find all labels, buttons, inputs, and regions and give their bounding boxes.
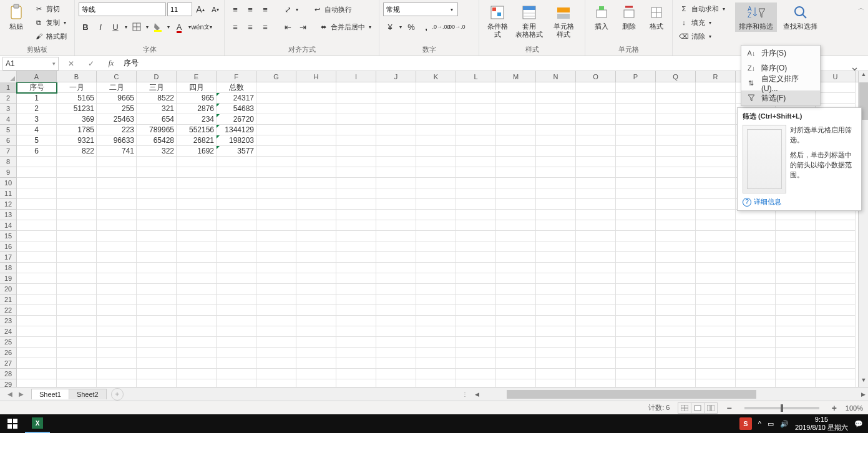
cell[interactable]: [656, 114, 696, 125]
cell[interactable]: [456, 167, 496, 178]
cell[interactable]: [536, 220, 576, 231]
cell[interactable]: [376, 263, 416, 273]
cell[interactable]: [616, 188, 656, 199]
cell[interactable]: [496, 316, 536, 326]
cell[interactable]: [217, 231, 256, 241]
view-page-layout-button[interactable]: [691, 402, 705, 414]
cell[interactable]: [416, 146, 456, 157]
row-header[interactable]: 7: [0, 146, 16, 157]
cell[interactable]: [217, 252, 256, 263]
select-all-button[interactable]: [0, 71, 17, 82]
cell[interactable]: [776, 379, 816, 387]
cell[interactable]: [296, 199, 336, 210]
cell[interactable]: [656, 369, 696, 379]
cell[interactable]: [656, 167, 696, 178]
cell[interactable]: [376, 231, 416, 241]
cell[interactable]: [576, 188, 616, 199]
cell[interactable]: [536, 178, 576, 188]
format-painter-button[interactable]: 🖌 格式刷: [31, 30, 69, 42]
cell[interactable]: [816, 295, 856, 305]
cell[interactable]: [776, 337, 816, 348]
formula-confirm-button[interactable]: ✓: [84, 57, 99, 71]
cell[interactable]: [17, 369, 57, 379]
cell[interactable]: [177, 252, 217, 263]
cell[interactable]: [536, 146, 576, 157]
cell[interactable]: [736, 241, 776, 252]
decrease-decimal-button[interactable]: .00→.0: [449, 20, 463, 34]
cell[interactable]: [456, 125, 496, 135]
cell[interactable]: 序号: [17, 82, 57, 93]
cell[interactable]: [496, 358, 536, 369]
cell[interactable]: [496, 231, 536, 241]
tray-chevron-icon[interactable]: ^: [758, 420, 761, 427]
cut-button[interactable]: ✂ 剪切: [31, 2, 69, 15]
cell[interactable]: 二月: [97, 82, 137, 93]
cell[interactable]: [296, 316, 336, 326]
sheet-tab[interactable]: Sheet2: [69, 389, 107, 399]
cell[interactable]: [416, 295, 456, 305]
cell[interactable]: [177, 369, 217, 379]
cell[interactable]: [256, 93, 296, 104]
cell[interactable]: [456, 157, 496, 167]
cell[interactable]: [456, 231, 496, 241]
cell[interactable]: [696, 125, 736, 135]
cell[interactable]: [576, 316, 616, 326]
cell[interactable]: [256, 220, 296, 231]
cell[interactable]: [496, 93, 536, 104]
row-header[interactable]: 29: [0, 379, 16, 387]
cell[interactable]: [656, 104, 696, 114]
cell[interactable]: [696, 326, 736, 337]
start-button[interactable]: [0, 414, 25, 433]
cell[interactable]: [296, 263, 336, 273]
cell[interactable]: [217, 157, 256, 167]
cell[interactable]: [776, 241, 816, 252]
cell[interactable]: [736, 210, 776, 220]
cell[interactable]: [736, 305, 776, 316]
cell[interactable]: [336, 358, 376, 369]
cell[interactable]: [576, 210, 616, 220]
cell[interactable]: [616, 199, 656, 210]
cell[interactable]: [256, 295, 296, 305]
align-top-button[interactable]: ≡: [228, 2, 242, 16]
cell[interactable]: [336, 241, 376, 252]
cell[interactable]: [816, 348, 856, 358]
cell[interactable]: [536, 263, 576, 273]
cell[interactable]: [336, 337, 376, 348]
cell[interactable]: [217, 178, 256, 188]
cell[interactable]: [776, 348, 816, 358]
cell[interactable]: 369: [57, 114, 97, 125]
cell[interactable]: [656, 157, 696, 167]
cell[interactable]: [616, 104, 656, 114]
cell[interactable]: [456, 93, 496, 104]
scroll-up-button[interactable]: ▲: [859, 71, 868, 81]
cell[interactable]: [17, 273, 57, 284]
cell[interactable]: [456, 305, 496, 316]
cell[interactable]: [416, 263, 456, 273]
cell[interactable]: 234: [177, 114, 217, 125]
cell[interactable]: 654: [137, 114, 177, 125]
cell[interactable]: [336, 135, 376, 146]
view-normal-button[interactable]: [678, 402, 691, 414]
cell[interactable]: 3577: [217, 146, 256, 157]
row-header[interactable]: 27: [0, 358, 16, 369]
cell[interactable]: [536, 167, 576, 178]
cell[interactable]: [736, 252, 776, 263]
cell[interactable]: 552156: [177, 125, 217, 135]
cell[interactable]: [256, 273, 296, 284]
cell[interactable]: [816, 358, 856, 369]
cell[interactable]: [177, 210, 217, 220]
cell[interactable]: [256, 337, 296, 348]
cell[interactable]: [656, 125, 696, 135]
column-header[interactable]: L: [456, 71, 496, 82]
cell[interactable]: [576, 199, 616, 210]
cell[interactable]: [656, 316, 696, 326]
cell[interactable]: [456, 241, 496, 252]
cell[interactable]: [576, 263, 616, 273]
cell[interactable]: [17, 157, 57, 167]
cell[interactable]: [696, 199, 736, 210]
cell[interactable]: [696, 231, 736, 241]
copy-button[interactable]: ⧉ 复制▾: [31, 16, 69, 29]
increase-decimal-button[interactable]: .0→.00: [434, 20, 448, 34]
cell[interactable]: [296, 326, 336, 337]
cell[interactable]: [97, 348, 137, 358]
